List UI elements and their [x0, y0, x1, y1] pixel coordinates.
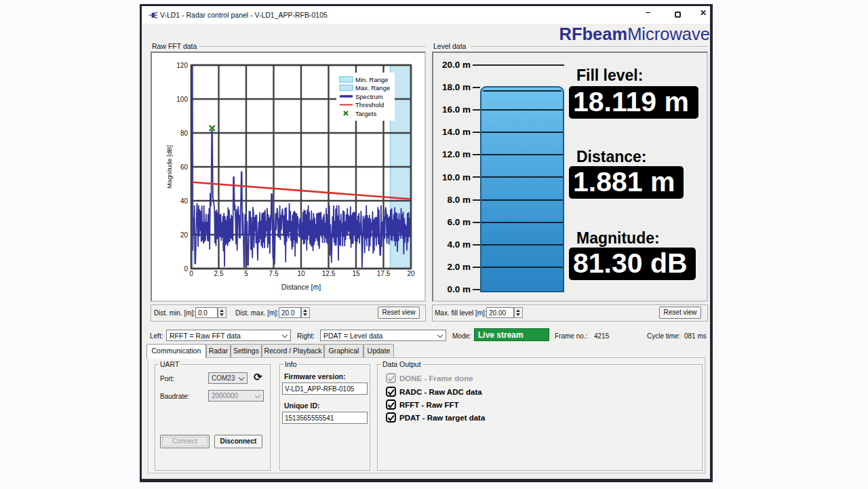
svg-text:Targets: Targets	[355, 110, 376, 117]
svg-text:Spectrum: Spectrum	[355, 93, 383, 100]
svg-text:20: 20	[407, 270, 415, 277]
svg-text:40: 40	[180, 197, 189, 205]
svg-text:Min. Range: Min. Range	[355, 76, 389, 83]
svg-text:15: 15	[352, 270, 360, 277]
svg-text:2.5: 2.5	[214, 270, 224, 277]
svg-text:0: 0	[184, 265, 188, 273]
svg-text:20: 20	[180, 231, 189, 239]
svg-text:120: 120	[176, 62, 188, 69]
svg-text:5: 5	[244, 270, 248, 277]
svg-text:Threshold: Threshold	[355, 101, 384, 109]
svg-text:17.5: 17.5	[377, 270, 391, 277]
svg-text:80: 80	[180, 130, 189, 137]
svg-text:0: 0	[189, 270, 193, 277]
svg-text:Max. Range: Max. Range	[355, 84, 390, 92]
svg-text:100: 100	[176, 96, 188, 103]
svg-text:Distance [m]: Distance [m]	[281, 283, 321, 291]
svg-text:Magnitude [dB]: Magnitude [dB]	[165, 145, 173, 189]
svg-text:10: 10	[297, 270, 305, 277]
svg-text:60: 60	[180, 163, 189, 171]
svg-text:7.5: 7.5	[269, 270, 279, 277]
svg-text:12.5: 12.5	[322, 270, 336, 277]
